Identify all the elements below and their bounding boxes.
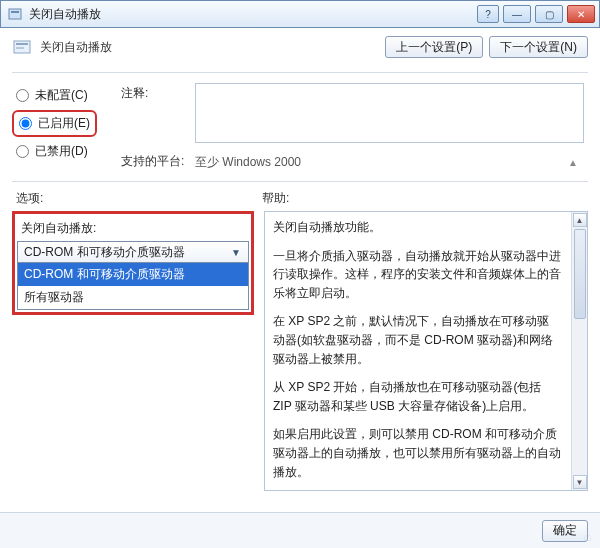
next-setting-button[interactable]: 下一个设置(N) xyxy=(489,36,588,58)
field-label: 关闭自动播放: xyxy=(21,220,245,237)
notes-row: 注释: xyxy=(121,83,584,143)
platform-row: 支持的平台: 至少 Windows 2000 ▲ xyxy=(121,151,584,171)
titlebar: 关闭自动播放 ? — ▢ ✕ xyxy=(0,0,600,28)
maximize-button[interactable]: ▢ xyxy=(535,5,563,23)
ok-button[interactable]: 确定 xyxy=(542,520,588,542)
notes-label: 注释: xyxy=(121,83,185,102)
platform-value: 至少 Windows 2000 ▲ xyxy=(195,151,584,171)
window-title: 关闭自动播放 xyxy=(29,6,477,23)
radio-label: 已启用(E) xyxy=(38,115,90,132)
state-radios: 未配置(C) 已启用(E) 已禁用(D) xyxy=(16,83,93,160)
help-para: 如果启用此设置，则可以禁用 CD-ROM 和可移动介质驱动器上的自动播放，也可以… xyxy=(273,425,561,481)
divider xyxy=(12,181,588,182)
section-labels: 选项: 帮助: xyxy=(0,188,600,211)
help-text: 关闭自动播放功能。 一旦将介质插入驱动器，自动播放就开始从驱动器中进行读取操作。… xyxy=(273,218,579,491)
dropdown-item[interactable]: CD-ROM 和可移动介质驱动器 xyxy=(18,263,248,286)
options-label: 选项: xyxy=(16,190,262,207)
options-pane: 关闭自动播放: CD-ROM 和可移动介质驱动器 ▼ CD-ROM 和可移动介质… xyxy=(12,211,254,491)
nav-buttons: 上一个设置(P) 下一个设置(N) xyxy=(385,36,588,58)
radio-label: 未配置(C) xyxy=(35,87,88,104)
help-para: 在 XP SP2 之前，默认情况下，自动播放在可移动驱动器(如软盘驱动器，而不是… xyxy=(273,312,561,368)
notes-col: 注释: 支持的平台: 至少 Windows 2000 ▲ xyxy=(121,83,584,171)
help-para: 一旦将介质插入驱动器，自动播放就开始从驱动器中进行读取操作。这样，程序的安装文件… xyxy=(273,247,561,303)
minimize-button[interactable]: — xyxy=(503,5,531,23)
radio-enabled-input[interactable] xyxy=(19,117,32,130)
radio-not-configured-input[interactable] xyxy=(16,89,29,102)
platform-text: 至少 Windows 2000 xyxy=(195,154,301,171)
scroll-up-icon[interactable]: ▲ xyxy=(573,213,587,227)
scroll-track[interactable] xyxy=(573,228,587,474)
svg-rect-3 xyxy=(16,43,28,45)
scroll-down-icon[interactable]: ▼ xyxy=(573,475,587,489)
footer: 确定 ⌂ xyxy=(0,512,600,548)
platform-label: 支持的平台: xyxy=(121,151,185,170)
notes-textarea[interactable] xyxy=(195,83,584,143)
close-button[interactable]: ✕ xyxy=(567,5,595,23)
radio-enabled[interactable]: 已启用(E) xyxy=(16,114,93,133)
autoplay-dropdown[interactable]: CD-ROM 和可移动介质驱动器 ▼ xyxy=(17,241,249,263)
help-label: 帮助: xyxy=(262,190,584,207)
main-area: 关闭自动播放: CD-ROM 和可移动介质驱动器 ▼ CD-ROM 和可移动介质… xyxy=(0,211,600,491)
svg-rect-1 xyxy=(11,11,19,13)
dropdown-list: CD-ROM 和可移动介质驱动器 所有驱动器 xyxy=(17,263,249,310)
window-controls: ? — ▢ ✕ xyxy=(477,5,595,23)
radio-not-configured[interactable]: 未配置(C) xyxy=(16,87,93,104)
scroll-thumb[interactable] xyxy=(574,229,586,319)
radio-disabled-input[interactable] xyxy=(16,145,29,158)
chevron-down-icon[interactable]: ▼ xyxy=(228,244,244,260)
svg-rect-4 xyxy=(16,47,24,49)
page-title: 关闭自动播放 xyxy=(40,39,377,56)
policy-icon xyxy=(7,6,23,22)
help-para: 关闭自动播放功能。 xyxy=(273,218,561,237)
scrollbar[interactable]: ▲ ▼ xyxy=(571,212,587,490)
dropdown-selected: CD-ROM 和可移动介质驱动器 xyxy=(24,244,185,261)
options-highlight-box: 关闭自动播放: CD-ROM 和可移动介质驱动器 ▼ CD-ROM 和可移动介质… xyxy=(12,211,254,315)
policy-icon xyxy=(12,37,32,57)
help-pane: 关闭自动播放功能。 一旦将介质插入驱动器，自动播放就开始从驱动器中进行读取操作。… xyxy=(264,211,588,491)
prev-setting-button[interactable]: 上一个设置(P) xyxy=(385,36,483,58)
dropdown-item[interactable]: 所有驱动器 xyxy=(18,286,248,309)
help-button[interactable]: ? xyxy=(477,5,499,23)
chevron-up-icon[interactable]: ▲ xyxy=(568,157,584,168)
radio-disabled[interactable]: 已禁用(D) xyxy=(16,143,93,160)
svg-rect-0 xyxy=(9,9,21,19)
divider xyxy=(12,72,588,73)
help-para: 从 XP SP2 开始，自动播放也在可移动驱动器(包括 ZIP 驱动器和某些 U… xyxy=(273,378,561,415)
header-row: 关闭自动播放 上一个设置(P) 下一个设置(N) xyxy=(0,28,600,62)
radio-label: 已禁用(D) xyxy=(35,143,88,160)
config-area: 未配置(C) 已启用(E) 已禁用(D) 注释: 支持的平台: 至少 Windo… xyxy=(0,79,600,171)
